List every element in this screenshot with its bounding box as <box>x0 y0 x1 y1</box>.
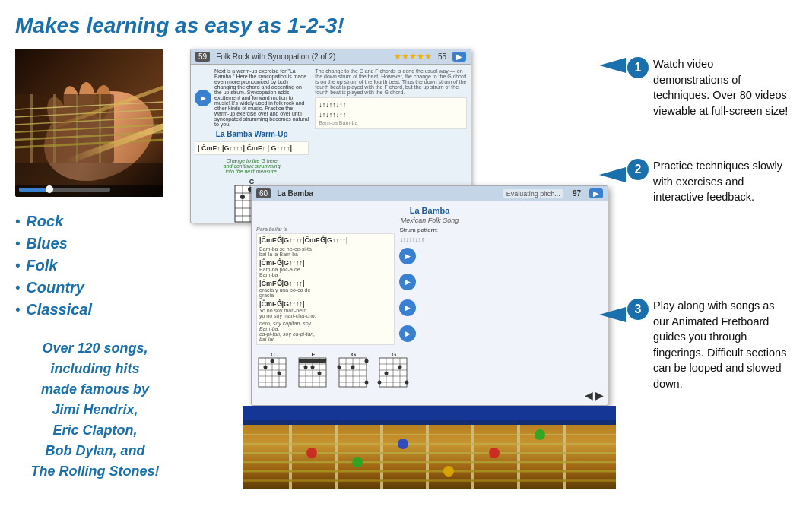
svg-point-33 <box>240 195 245 199</box>
content-area: Rock Blues Folk Country Classical Over 1… <box>15 49 791 489</box>
ss1-score: 55 <box>438 52 446 61</box>
svg-point-22 <box>46 185 53 193</box>
ss2-subtitle: Mexican Folk Song <box>256 217 603 224</box>
ss2-content: Para bailar la |ĈmFǴ|G↑↑↑↑|ĈmFǴ|G↑↑↑↑| B… <box>256 226 603 345</box>
ss2-right: Strum pattern: ↓↑↓↑↑↓↑↑ ▶ ▶ ▶ ▶ <box>399 226 603 345</box>
ss1-notation: | ĈmF↑ |G↑↑↑↑| ĈmF↑ | G↑↑↑↑| <box>195 141 309 155</box>
ss2-title: La Bamba <box>277 189 497 198</box>
step-2-description: Practice techniques slowly with exercise… <box>653 158 791 205</box>
svg-marker-110 <box>599 58 626 73</box>
genre-item-classical: Classical <box>15 299 175 321</box>
svg-point-104 <box>398 439 408 449</box>
ss2-nav-arrows[interactable]: ◀ ▶ <box>585 389 604 401</box>
genre-item-folk: Folk <box>15 255 175 277</box>
guitar-photo <box>15 49 163 197</box>
step-2-badge: 2 <box>627 159 649 180</box>
genre-item-country: Country <box>15 277 175 299</box>
ss2-chord-F: F <box>297 350 331 389</box>
svg-point-46 <box>278 372 281 375</box>
svg-point-69 <box>338 366 341 369</box>
ss1-music-lines: ↓↑↓↑↑↓↑↑ ↓↑↓↑↑↓↑↑ Bam-ba Bam-ba <box>315 97 467 129</box>
ss2-chords-row: C <box>256 350 603 389</box>
arrow-3 <box>595 304 630 328</box>
ss2-lesson-number: 60 <box>256 188 271 198</box>
svg-point-45 <box>264 366 268 369</box>
svg-text:C: C <box>249 178 254 185</box>
ss2-left: Para bailar la |ĈmFǴ|G↑↑↑↑|ĈmFǴ|G↑↑↑↑| B… <box>256 226 395 345</box>
step-1-wrapper: 1 Watch video demonstrations of techniqu… <box>627 49 791 135</box>
ss2-play-2[interactable]: ▶ <box>399 274 416 290</box>
ss2-play-buttons: ▶ ▶ ▶ ▶ <box>399 248 603 342</box>
svg-rect-9 <box>53 94 56 163</box>
guitar-image-svg <box>15 49 163 197</box>
svg-point-59 <box>318 372 322 375</box>
header-title: Makes learning as easy as 1-2-3! <box>15 14 791 38</box>
svg-point-83 <box>385 372 389 375</box>
nav-prev[interactable]: ◀ <box>585 389 593 401</box>
svg-text:G: G <box>351 351 356 358</box>
nav-next[interactable]: ▶ <box>595 389 604 401</box>
svg-point-71 <box>365 359 369 363</box>
genre-item-blues: Blues <box>15 233 175 255</box>
songs-text: Over 120 songs, including hits made famo… <box>15 338 175 482</box>
svg-point-72 <box>365 381 369 385</box>
ss2-play-4[interactable]: ▶ <box>399 325 416 342</box>
middle-column: 59 Folk Rock with Syncopation (2 of 2) ★… <box>182 49 620 489</box>
ss2-song-title: La Bamba <box>256 206 603 215</box>
svg-marker-112 <box>599 307 626 322</box>
ss1-play-circle[interactable]: ▶ <box>195 90 211 106</box>
ss1-title: Folk Rock with Syncopation (2 of 2) <box>216 52 388 61</box>
screenshot-2: 60 La Bamba Evaluating pitch... 97 ▶ La … <box>251 185 608 406</box>
ss2-strum-label: Strum pattern: <box>399 226 603 233</box>
ss1-titlebar: 59 Folk Rock with Syncopation (2 of 2) ★… <box>191 49 471 65</box>
svg-point-103 <box>352 457 363 467</box>
arrow-2 <box>595 164 630 188</box>
svg-text:F: F <box>312 351 316 358</box>
genre-item-rock: Rock <box>15 211 175 233</box>
ss1-body-text: Next is a warm-up exercise for "La Bamba… <box>214 68 309 127</box>
svg-point-70 <box>351 366 355 369</box>
svg-point-44 <box>271 359 274 363</box>
ss1-play-btn[interactable]: ▶ <box>452 52 466 62</box>
svg-rect-8 <box>30 94 33 163</box>
step-1-badge: 1 <box>627 57 649 78</box>
svg-rect-21 <box>19 188 49 192</box>
ss2-play-btn[interactable]: ▶ <box>589 188 603 198</box>
step-2: 2 Practice techniques slowly with exerci… <box>627 158 791 205</box>
ss2-score: 97 <box>573 189 581 198</box>
fretboard-svg <box>243 406 616 489</box>
svg-point-85 <box>405 381 409 385</box>
step-3-wrapper: 3 Play along with songs as our Animated … <box>627 298 791 408</box>
svg-point-106 <box>489 448 500 458</box>
fretboard-image <box>243 406 616 489</box>
svg-rect-56 <box>299 359 326 363</box>
ss2-titlebar: 60 La Bamba Evaluating pitch... 97 ▶ <box>252 186 608 201</box>
svg-point-107 <box>535 429 545 440</box>
ss2-chord-G2: G <box>377 350 411 389</box>
svg-point-102 <box>306 448 317 458</box>
step-1-description: Watch video demonstrations of techniques… <box>653 56 791 119</box>
left-column: Rock Blues Folk Country Classical Over 1… <box>15 49 175 489</box>
ss1-lesson-number: 59 <box>195 52 210 62</box>
step-1: 1 Watch video demonstrations of techniqu… <box>627 56 791 119</box>
ss2-chord-C: C <box>256 350 290 389</box>
ss1-play-row: ▶ Next is a warm-up exercise for "La Bam… <box>195 68 309 127</box>
ss2-play-3[interactable]: ▶ <box>399 299 416 316</box>
step-3-badge: 3 <box>627 299 649 320</box>
step-2-wrapper: 2 Practice techniques slowly with exerci… <box>627 158 791 222</box>
ss2-play-1[interactable]: ▶ <box>399 248 416 264</box>
arrow-1 <box>595 55 630 79</box>
svg-rect-108 <box>243 406 616 421</box>
right-column: 1 Watch video demonstrations of techniqu… <box>627 49 791 489</box>
step-3-description: Play along with songs as our Animated Fr… <box>653 298 791 391</box>
svg-point-84 <box>398 366 402 369</box>
ss1-stars: ★★★★★ <box>394 52 432 62</box>
main-container: Makes learning as easy as 1-2-3! <box>0 0 806 532</box>
svg-point-105 <box>443 466 454 477</box>
svg-marker-111 <box>599 167 626 182</box>
ss2-strum-pattern: ↓↑↓↑↑↓↑↑ <box>399 236 603 244</box>
svg-point-58 <box>311 366 315 369</box>
ss2-notation: |ĈmFǴ|G↑↑↑↑|ĈmFǴ|G↑↑↑↑| Bam-ba se ne-ce-… <box>256 233 395 345</box>
svg-point-57 <box>304 366 308 369</box>
ss1-lesson-title: La Bamba Warm-Up <box>195 130 309 138</box>
